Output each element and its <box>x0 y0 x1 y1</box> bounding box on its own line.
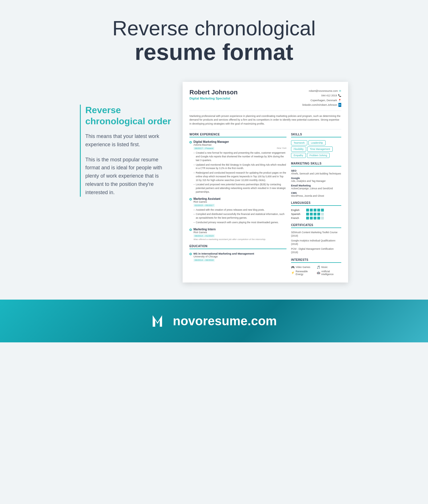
marketing-skills-list: SEO Ahrefs, Semrush and Link-building Te… <box>291 169 341 197</box>
lang-spanish: Spanish <box>291 213 341 216</box>
location-icon: 📍 <box>338 98 341 103</box>
skill-tag-problem-solving: Problem Solving <box>307 153 330 158</box>
job-title-3: Marketing Intern <box>193 228 286 231</box>
lang-dot <box>306 217 309 220</box>
lang-dot <box>306 213 309 216</box>
interests-title: INTERESTS <box>291 258 341 263</box>
resume-summary: Marketing professional with proven exper… <box>189 114 341 130</box>
lang-dot <box>321 217 324 220</box>
job-company-2: Riot Games <box>193 200 286 203</box>
work-item-3: Marketing Intern Riot Games 08/2014 – 01… <box>189 228 286 241</box>
page-header: Reverse chronological resume format <box>0 0 428 76</box>
footer-logo: novoresume.com <box>6 314 422 328</box>
work-experience-title: WORK EXPERIENCE <box>189 133 286 137</box>
location-text: Copenhagen, Denmark <box>310 98 337 103</box>
lang-name-french: French <box>291 217 304 220</box>
mskill-title-2: Google <box>291 177 341 180</box>
lang-dot <box>317 209 320 212</box>
phone-text: 044 412 2019 <box>321 93 337 98</box>
novoresume-logo-icon <box>151 314 168 328</box>
job-meta-3: 08/2014 – 01/2015 <box>193 234 286 237</box>
interest-ai: 🤖 Artificial Intelligence <box>317 270 341 276</box>
contact-linkedin: linkedin.com/in/robert.Johnson in <box>302 103 341 107</box>
main-content: Reverse chronological order This means t… <box>0 76 428 294</box>
lang-name-spanish: Spanish <box>291 213 304 216</box>
linkedin-icon: in <box>338 103 341 107</box>
edu-degree-1: MS in International Marketing and Manage… <box>193 252 286 255</box>
renewable-energy-icon: ⚡ <box>291 271 294 274</box>
contact-phone: 044 412 2019 📞 <box>302 93 341 98</box>
bullet-2-1: Assisted with the creation of press rele… <box>193 208 286 212</box>
languages-list: English Spanish <box>291 209 341 220</box>
bullet-1-2: Updated and monitored the Bid Strategy i… <box>193 163 286 170</box>
job-company-3: Riot Games <box>193 231 286 234</box>
cert-1: SEMrush Content Marketing Toolkit Course… <box>291 231 341 238</box>
skill-tag-leadership: Leadership <box>308 140 326 145</box>
bullet-1-3: Redesigned and conducted keyword researc… <box>193 171 286 182</box>
work-dot-3 <box>189 229 192 231</box>
lang-dot <box>314 209 316 212</box>
interest-label-renewable: Renewable Energy <box>296 270 316 276</box>
left-panel: Reverse chronological order This means t… <box>80 82 171 283</box>
skill-tag-flexibility: Flexibility <box>291 147 306 152</box>
left-panel-para1: This means that your latest work experie… <box>85 132 171 149</box>
work-dot-2 <box>189 198 192 200</box>
interest-label-music: Music <box>321 266 328 269</box>
job-meta-1: 06/2017 – Present New York <box>193 147 286 150</box>
resume-header: Robert Johnson Digital Marketing Special… <box>189 89 341 111</box>
email-text: robert@novoresume.com <box>309 89 338 93</box>
mskill-desc-3: ActiveCampaign, Litmus and SendGrid <box>291 187 341 190</box>
job-title-2: Marketing Assistant <box>193 197 286 200</box>
lang-dot <box>321 213 324 216</box>
certificates-title: CERTIFICATES <box>291 223 341 228</box>
interests-grid: 🎮 Video Games 🎵 Music ⚡ Renewable Energy… <box>291 266 341 276</box>
mskill-title-3: Email Marketing <box>291 184 341 187</box>
lang-english: English <box>291 209 341 212</box>
contact-email: robert@novoresume.com ✉ <box>302 89 341 93</box>
lang-dot <box>310 217 313 220</box>
bullet-1-4: Located and proposed new potential busin… <box>193 183 286 194</box>
job-dates-3: 08/2014 – 01/2015 <box>193 234 215 237</box>
resume-body: WORK EXPERIENCE Digital Marketing Manage… <box>189 133 341 275</box>
lang-french: French <box>291 217 341 220</box>
contact-location: Copenhagen, Denmark 📍 <box>302 98 341 103</box>
edu-item-1: MS in International Marketing and Manage… <box>189 252 286 262</box>
skill-tag-empathy: Empathy <box>291 153 306 158</box>
bullet-2-2: Compiled and distributed successfully th… <box>193 212 286 220</box>
skill-tag-time-management: Time Management <box>307 147 333 152</box>
mskill-desc-4: WordPress, Joomla and Ghost <box>291 194 341 197</box>
languages-title: LANGUAGES <box>291 201 341 206</box>
bullet-1-1: Created a new format for reporting and p… <box>193 151 286 162</box>
edu-dot-1 <box>189 253 192 255</box>
resume-contact: robert@novoresume.com ✉ 044 412 2019 📞 C… <box>302 89 341 107</box>
job-title-1: Digital Marketing Manager <box>193 140 286 143</box>
linkedin-text: linkedin.com/in/robert.Johnson <box>302 103 337 107</box>
page-title-light: Reverse chronological <box>6 17 422 40</box>
lang-dots-english <box>306 209 324 212</box>
video-games-icon: 🎮 <box>291 266 294 269</box>
work-dot-1 <box>189 141 192 143</box>
resume-card: Robert Johnson Digital Marketing Special… <box>183 82 348 283</box>
interest-renewable-energy: ⚡ Renewable Energy <box>291 270 316 276</box>
interest-label-ai: Artificial Intelligence <box>321 270 341 276</box>
skills-tags: Teamwork Leadership Flexibility Time Man… <box>291 140 341 158</box>
lang-dot <box>314 217 316 220</box>
lang-dot <box>310 209 313 212</box>
resume-name: Robert Johnson <box>189 89 238 96</box>
lang-dot <box>306 209 309 212</box>
lang-dot <box>317 213 320 216</box>
resume-name-section: Robert Johnson Digital Marketing Special… <box>189 89 238 107</box>
left-panel-heading: Reverse chronological order <box>85 105 171 127</box>
bullet-2-3: Conducted primary research with users pl… <box>193 221 286 224</box>
phone-icon: 📞 <box>338 93 341 98</box>
email-icon: ✉ <box>339 89 341 93</box>
work-item-1: Digital Marketing Manager Astoria Baumax… <box>189 140 286 194</box>
cert-3: PCM - Digital Management Certification (… <box>291 247 341 254</box>
interest-music: 🎵 Music <box>317 266 341 269</box>
edu-school-1: University of Chicago <box>193 255 286 258</box>
skills-title: SKILLS <box>291 133 341 137</box>
lang-dots-spanish <box>306 213 324 216</box>
lang-name-english: English <box>291 209 304 212</box>
interest-label-video-games: Video Games <box>296 266 310 269</box>
footer: novoresume.com <box>0 300 428 342</box>
